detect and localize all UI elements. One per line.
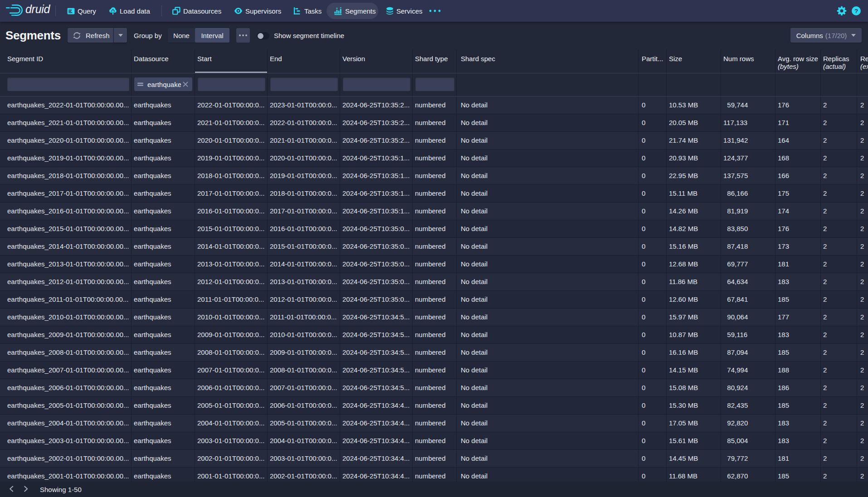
svg-text:?: ?	[854, 8, 858, 14]
